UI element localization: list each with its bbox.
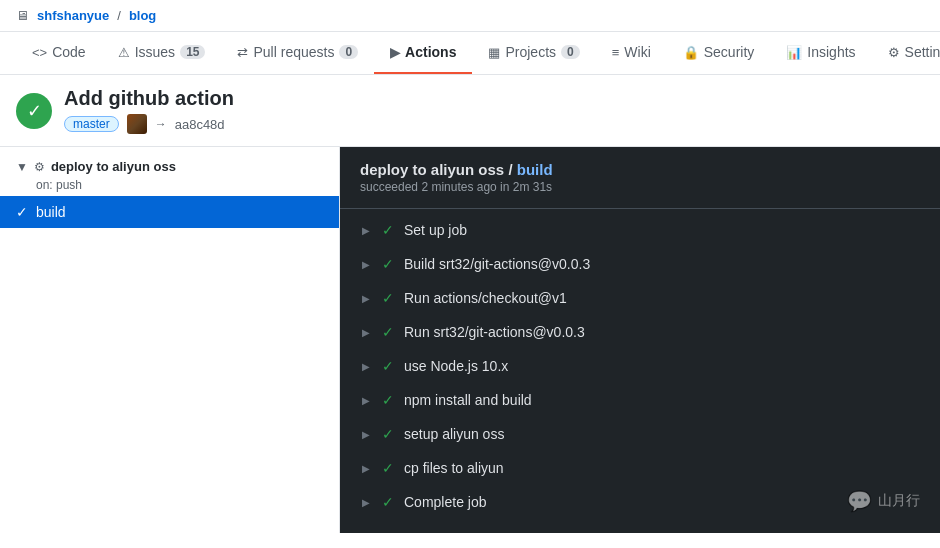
pr-icon: ⇄ xyxy=(237,45,248,60)
commit-arrow-icon: → xyxy=(155,117,167,131)
workflow-group-name: deploy to aliyun oss xyxy=(51,159,176,174)
security-icon: 🔒 xyxy=(683,45,699,60)
step-expand-icon: ▶ xyxy=(360,293,372,304)
step-tick-icon: ✓ xyxy=(382,392,394,408)
step-tick-icon: ✓ xyxy=(382,256,394,272)
step-row-run-checkout[interactable]: ▶ ✓ Run actions/checkout@v1 xyxy=(340,281,940,315)
step-name: cp files to aliyun xyxy=(404,460,504,476)
breadcrumb-header: 🖥 shfshanyue / blog xyxy=(0,0,940,32)
watermark-text: 山月行 xyxy=(878,492,920,510)
step-row-run-srt32[interactable]: ▶ ✓ Run srt32/git-actions@v0.0.3 xyxy=(340,315,940,349)
projects-icon: ▦ xyxy=(488,45,500,60)
step-expand-icon: ▶ xyxy=(360,497,372,508)
step-tick-icon: ✓ xyxy=(382,460,394,476)
step-name: setup aliyun oss xyxy=(404,426,504,442)
step-name: Set up job xyxy=(404,222,467,238)
step-row-build-srt32[interactable]: ▶ ✓ Build srt32/git-actions@v0.0.3 xyxy=(340,247,940,281)
tab-pull-requests[interactable]: ⇄ Pull requests 0 xyxy=(221,32,374,74)
right-panel: deploy to aliyun oss / build succeeded 2… xyxy=(340,147,940,533)
watermark: 💬 山月行 xyxy=(847,489,920,513)
settings-icon: ⚙ xyxy=(888,45,900,60)
pr-badge: 0 xyxy=(339,45,358,59)
step-row-npm-install[interactable]: ▶ ✓ npm install and build xyxy=(340,383,940,417)
tab-wiki[interactable]: ≡ Wiki xyxy=(596,32,667,74)
status-badge: ✓ xyxy=(16,93,52,129)
code-icon: <> xyxy=(32,45,47,60)
step-row-cp-files[interactable]: ▶ ✓ cp files to aliyun xyxy=(340,451,940,485)
repo-icon: 🖥 xyxy=(16,8,29,23)
step-expand-icon: ▶ xyxy=(360,259,372,270)
workflow-meta: master → aa8c48d xyxy=(64,114,234,134)
tab-code[interactable]: <> Code xyxy=(16,32,102,74)
insights-icon: 📊 xyxy=(786,45,802,60)
tab-actions[interactable]: ▶ Actions xyxy=(374,32,472,74)
right-panel-header: deploy to aliyun oss / build succeeded 2… xyxy=(340,147,940,209)
actions-icon: ▶ xyxy=(390,45,400,60)
steps-list: ▶ ✓ Set up job ▶ ✓ Build srt32/git-actio… xyxy=(340,209,940,523)
step-row-setup-job[interactable]: ▶ ✓ Set up job xyxy=(340,213,940,247)
step-name: npm install and build xyxy=(404,392,532,408)
workflow-group: ▼ ⚙ deploy to aliyun oss on: push xyxy=(0,147,339,196)
commit-hash: aa8c48d xyxy=(175,117,225,132)
step-tick-icon: ✓ xyxy=(382,290,394,306)
step-tick-icon: ✓ xyxy=(382,358,394,374)
breadcrumb-separator: / xyxy=(117,8,121,23)
nav-tabs: <> Code ⚠ Issues 15 ⇄ Pull requests 0 ▶ … xyxy=(0,32,940,75)
step-expand-icon: ▶ xyxy=(360,361,372,372)
step-name: use Node.js 10.x xyxy=(404,358,508,374)
step-expand-icon: ▶ xyxy=(360,463,372,474)
projects-badge: 0 xyxy=(561,45,580,59)
sidebar-item-build[interactable]: ✓ build xyxy=(0,196,339,228)
issues-badge: 15 xyxy=(180,45,205,59)
step-tick-icon: ✓ xyxy=(382,222,394,238)
step-row-use-nodejs[interactable]: ▶ ✓ use Node.js 10.x xyxy=(340,349,940,383)
wiki-icon: ≡ xyxy=(612,45,620,60)
step-name: Build srt32/git-actions@v0.0.3 xyxy=(404,256,590,272)
step-name: Complete job xyxy=(404,494,487,510)
tab-issues[interactable]: ⚠ Issues 15 xyxy=(102,32,222,74)
issues-icon: ⚠ xyxy=(118,45,130,60)
step-check-icon: ✓ xyxy=(16,204,28,220)
job-name: build xyxy=(517,161,553,178)
avatar xyxy=(127,114,147,134)
step-name: Run srt32/git-actions@v0.0.3 xyxy=(404,324,585,340)
workflow-group-icon: ⚙ xyxy=(34,160,45,174)
workflow-info: Add github action master → aa8c48d xyxy=(64,87,234,134)
step-expand-icon: ▶ xyxy=(360,327,372,338)
main-layout: ▼ ⚙ deploy to aliyun oss on: push ✓ buil… xyxy=(0,147,940,533)
step-expand-icon: ▶ xyxy=(360,429,372,440)
right-panel-meta: succeeded 2 minutes ago in 2m 31s xyxy=(360,180,920,194)
expand-icon[interactable]: ▼ xyxy=(16,160,28,174)
workflow-trigger: on: push xyxy=(16,178,323,192)
step-tick-icon: ✓ xyxy=(382,426,394,442)
step-expand-icon: ▶ xyxy=(360,395,372,406)
workflow-group-header: ▼ ⚙ deploy to aliyun oss xyxy=(16,159,323,174)
watermark-icon: 💬 xyxy=(847,489,872,513)
step-row-setup-aliyun[interactable]: ▶ ✓ setup aliyun oss xyxy=(340,417,940,451)
title-separator: / xyxy=(508,161,516,178)
breadcrumb-owner[interactable]: shfshanyue xyxy=(37,8,109,23)
step-expand-icon: ▶ xyxy=(360,225,372,236)
breadcrumb-repo[interactable]: blog xyxy=(129,8,156,23)
branch-badge[interactable]: master xyxy=(64,116,119,132)
tab-settings[interactable]: ⚙ Settings xyxy=(872,32,940,74)
tab-security[interactable]: 🔒 Security xyxy=(667,32,771,74)
workflow-header: ✓ Add github action master → aa8c48d xyxy=(0,75,940,147)
tab-projects[interactable]: ▦ Projects 0 xyxy=(472,32,595,74)
step-tick-icon: ✓ xyxy=(382,324,394,340)
tab-insights[interactable]: 📊 Insights xyxy=(770,32,871,74)
step-label: build xyxy=(36,204,66,220)
workflow-title: Add github action xyxy=(64,87,234,110)
right-panel-title: deploy to aliyun oss / build xyxy=(360,161,920,178)
sidebar: ▼ ⚙ deploy to aliyun oss on: push ✓ buil… xyxy=(0,147,340,533)
step-tick-icon: ✓ xyxy=(382,494,394,510)
status-icon: ✓ xyxy=(27,100,42,122)
step-name: Run actions/checkout@v1 xyxy=(404,290,567,306)
